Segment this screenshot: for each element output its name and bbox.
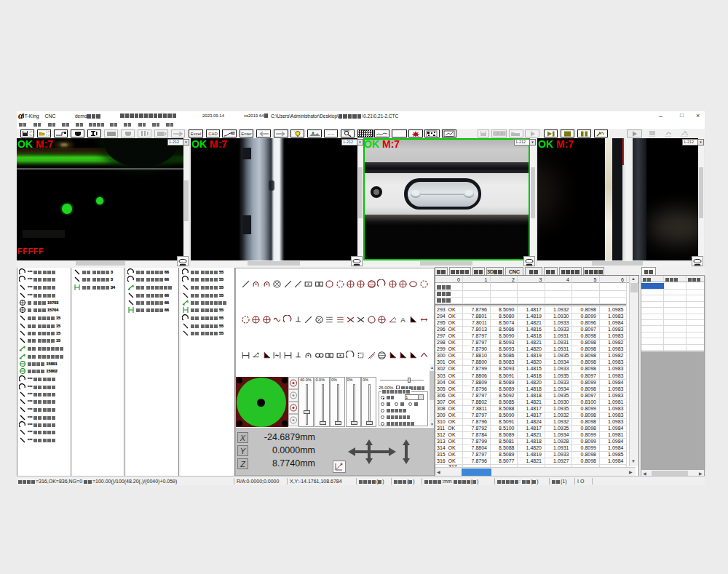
svg-text:A: A bbox=[400, 316, 405, 324]
